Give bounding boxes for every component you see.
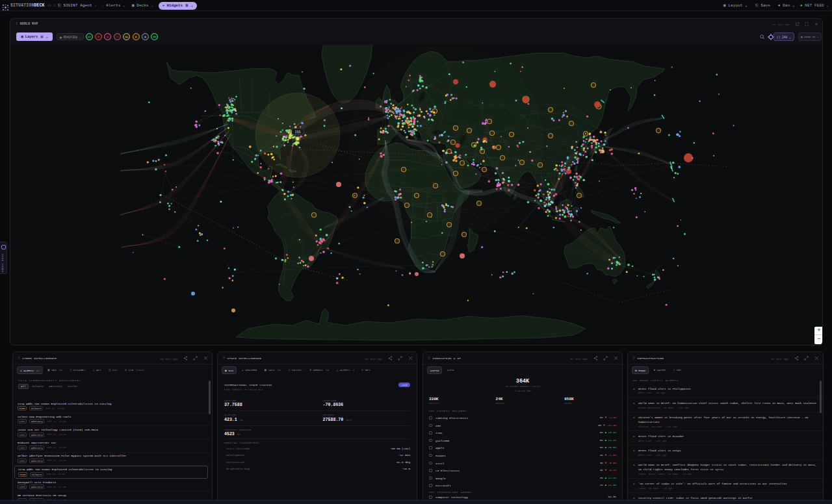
- svg-text:ISS: ISS: [294, 131, 300, 134]
